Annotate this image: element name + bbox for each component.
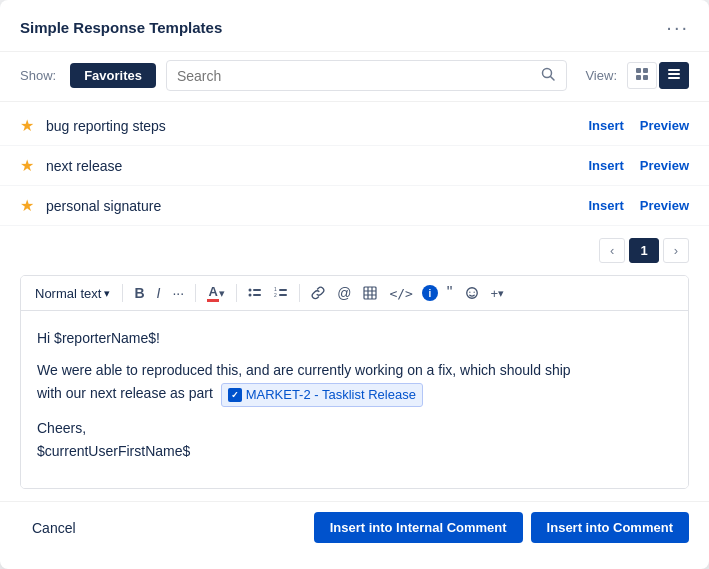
svg-point-11	[249, 294, 252, 297]
modal-container: Simple Response Templates ··· Show: Favo…	[0, 0, 709, 569]
svg-rect-5	[643, 75, 648, 80]
current-page-button[interactable]: 1	[629, 238, 658, 263]
svg-rect-6	[668, 69, 680, 71]
emoji-icon[interactable]	[462, 284, 482, 302]
svg-line-1	[551, 77, 555, 81]
svg-rect-17	[364, 287, 376, 299]
table-row: ★ next release Insert Preview	[0, 146, 709, 186]
svg-rect-14	[279, 289, 287, 291]
svg-point-24	[473, 291, 474, 292]
footer-actions: Insert into Internal Comment Insert into…	[314, 512, 689, 543]
toolbar-separator	[122, 284, 123, 302]
modal-footer: Cancel Insert into Internal Comment Inse…	[0, 501, 709, 559]
table-row: ★ personal signature Insert Preview	[0, 186, 709, 226]
more-formatting-icon[interactable]: ···	[169, 283, 187, 303]
search-box	[166, 60, 567, 91]
pagination: ‹ 1 ›	[0, 230, 709, 271]
svg-text:2: 2	[274, 292, 277, 298]
modal-title: Simple Response Templates	[20, 19, 222, 36]
favorite-star-icon[interactable]: ★	[20, 196, 34, 215]
chevron-down-icon: ▾	[219, 287, 225, 300]
search-icon	[540, 66, 556, 85]
info-icon[interactable]: i	[422, 285, 438, 301]
modal-header: Simple Response Templates ···	[0, 0, 709, 52]
italic-icon[interactable]: I	[154, 283, 164, 303]
svg-point-23	[469, 291, 470, 292]
quote-icon[interactable]: "	[444, 282, 456, 304]
template-preview-button[interactable]: Preview	[640, 158, 689, 173]
numbered-list-icon[interactable]: 1 2	[271, 284, 291, 302]
favorite-star-icon[interactable]: ★	[20, 156, 34, 175]
view-label: View:	[585, 68, 617, 83]
toolbar-separator	[195, 284, 196, 302]
text-format-label: Normal text	[35, 286, 101, 301]
template-name: next release	[46, 158, 588, 174]
template-preview-button[interactable]: Preview	[640, 198, 689, 213]
prev-page-button[interactable]: ‹	[599, 238, 625, 263]
template-preview-button[interactable]: Preview	[640, 118, 689, 133]
cheers-text: Cheers,	[37, 420, 86, 436]
svg-rect-2	[636, 68, 641, 73]
svg-rect-7	[668, 73, 680, 75]
template-insert-button[interactable]: Insert	[588, 158, 623, 173]
svg-rect-10	[253, 289, 261, 291]
favorites-button[interactable]: Favorites	[70, 63, 156, 88]
svg-rect-12	[253, 294, 261, 296]
bullet-list-icon[interactable]	[245, 284, 265, 302]
favorite-star-icon[interactable]: ★	[20, 116, 34, 135]
insert-more-icon[interactable]: +▾	[488, 284, 508, 303]
svg-point-9	[249, 289, 252, 292]
editor-line4: Cheers, $currentUserFirstName$	[37, 417, 672, 462]
toolbar-separator	[236, 284, 237, 302]
table-row: ★ bug reporting steps Insert Preview	[0, 106, 709, 146]
mention-icon[interactable]: @	[334, 283, 354, 303]
svg-rect-3	[643, 68, 648, 73]
search-input[interactable]	[177, 68, 540, 84]
toolbar-separator	[299, 284, 300, 302]
code-icon[interactable]: </>	[386, 284, 415, 303]
template-name: bug reporting steps	[46, 118, 588, 134]
table-icon[interactable]	[360, 284, 380, 302]
editor-line2-text: We were able to reproduced this, and are…	[37, 362, 571, 378]
svg-rect-16	[279, 294, 287, 296]
text-color-icon[interactable]: A ▾	[204, 282, 228, 304]
svg-rect-8	[668, 77, 680, 79]
editor-area: Normal text ▾ B I ··· A ▾	[20, 275, 689, 489]
link-icon[interactable]	[308, 284, 328, 302]
more-options-icon[interactable]: ···	[666, 16, 689, 39]
view-buttons	[627, 62, 689, 89]
template-list: ★ bug reporting steps Insert Preview ★ n…	[0, 102, 709, 230]
editor-toolbar: Normal text ▾ B I ··· A ▾	[21, 276, 688, 311]
template-name: personal signature	[46, 198, 588, 214]
jira-icon: ✓	[228, 388, 242, 402]
text-format-dropdown[interactable]: Normal text ▾	[31, 284, 114, 303]
signature-text: $currentUserFirstName$	[37, 443, 190, 459]
next-page-button[interactable]: ›	[663, 238, 689, 263]
view-list-button[interactable]	[659, 62, 689, 89]
editor-line2: We were able to reproduced this, and are…	[37, 359, 672, 407]
insert-comment-button[interactable]: Insert into Comment	[531, 512, 689, 543]
editor-line3-text: with our next release as part	[37, 385, 213, 401]
view-grid-button[interactable]	[627, 62, 657, 89]
template-insert-button[interactable]: Insert	[588, 118, 623, 133]
editor-line1: Hi $reporterName$!	[37, 327, 672, 349]
toolbar-row: Show: Favorites View:	[0, 52, 709, 102]
bold-icon[interactable]: B	[131, 283, 147, 303]
jira-link-text: MARKET-2 - Tasklist Release	[246, 385, 416, 406]
svg-rect-4	[636, 75, 641, 80]
chevron-down-icon: ▾	[104, 287, 110, 300]
insert-internal-comment-button[interactable]: Insert into Internal Comment	[314, 512, 523, 543]
editor-content[interactable]: Hi $reporterName$! We were able to repro…	[21, 311, 688, 488]
show-label: Show:	[20, 68, 56, 83]
cancel-button[interactable]: Cancel	[20, 513, 88, 543]
jira-link[interactable]: ✓ MARKET-2 - Tasklist Release	[221, 383, 423, 408]
template-insert-button[interactable]: Insert	[588, 198, 623, 213]
